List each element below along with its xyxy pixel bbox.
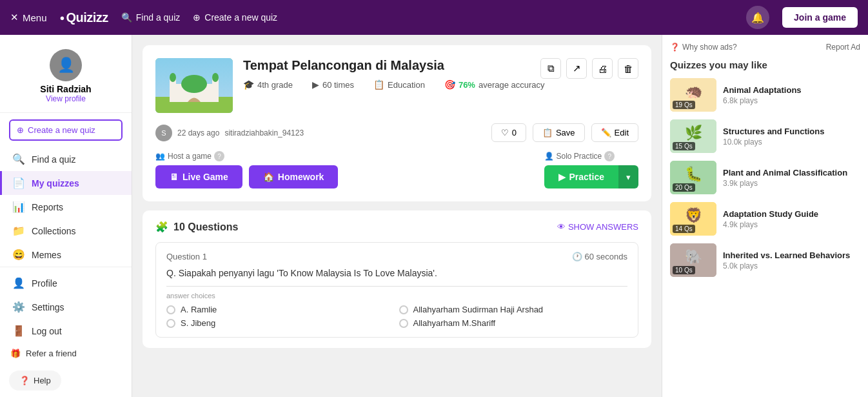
sidebar-item-profile[interactable]: 👤 Profile [0, 271, 132, 295]
notification-bell[interactable]: 🔔 [746, 6, 769, 29]
rec-item-0[interactable]: 🦔 19 Qs Animal Adaptations 6.8k plays [670, 78, 860, 112]
likes-count: 0 [512, 128, 517, 137]
svg-text:🐛: 🐛 [685, 165, 703, 183]
why-ads-label: Why show ads? [682, 43, 737, 52]
meme-icon: 😄 [12, 249, 25, 261]
rec-item-3[interactable]: 🦁 14 Qs Adaptation Study Guide 4.9k play… [670, 202, 860, 236]
rec-qs-badge-0: 19 Qs [673, 101, 695, 109]
radio-b[interactable] [399, 305, 408, 314]
like-button[interactable]: ♡ 0 [491, 123, 526, 142]
puzzle-icon: 🧩 [155, 221, 168, 233]
question-number: Question 1 [166, 252, 207, 261]
copy-button[interactable]: ⧉ [540, 58, 561, 79]
rec-info-2: Plant and Animal Classification 3.9k pla… [723, 168, 860, 188]
sidebar-item-collections[interactable]: 📁 Collections [0, 219, 132, 243]
answer-choice-b: Allahyarham Sudirman Haji Arshad [399, 305, 628, 314]
choice-d-text: Allahyarham M.Shariff [413, 318, 496, 328]
create-quiz-btn-label: Create a new quiz [28, 125, 95, 135]
answer-choices-label: answer choices [166, 292, 627, 300]
report-ad-link[interactable]: Report Ad [826, 43, 860, 52]
questions-count: 10 Questions [173, 221, 238, 233]
why-ads[interactable]: ❓ Why show ads? [670, 43, 737, 52]
rec-title-0: Animal Adaptations [723, 85, 860, 95]
sidebar-item-logout[interactable]: 🚪 Log out [0, 319, 132, 343]
plus-icon: ⊕ [193, 12, 201, 23]
create-quiz-nav[interactable]: ⊕ Create a new quiz [193, 12, 277, 23]
accuracy-value: 76% [459, 80, 475, 90]
person-icon: 👤 [544, 152, 554, 161]
join-game-button[interactable]: Join a game [782, 7, 858, 28]
live-game-label: Live Game [182, 172, 228, 182]
sidebar-item-my-quizzes[interactable]: 📄 My quizzes [0, 171, 132, 195]
edit-button[interactable]: ✏️ Edit [591, 123, 638, 142]
rec-item-2[interactable]: 🐛 20 Qs Plant and Animal Classification … [670, 161, 860, 194]
search-icon: 🔍 [121, 12, 132, 23]
rec-thumb-4: 🐘 10 Qs [670, 243, 716, 277]
rec-plays-2: 3.9k plays [723, 179, 860, 188]
live-game-button[interactable]: 🖥 Live Game [155, 165, 242, 188]
ads-header: ❓ Why show ads? Report Ad [670, 43, 860, 52]
question-text: Q. Siapakah penyanyi lagu 'To Know Malay… [166, 268, 627, 278]
help-button[interactable]: ❓ Help [9, 371, 61, 391]
avatar: 👤 [50, 49, 82, 81]
find-quiz-label: Find a quiz [136, 12, 180, 23]
host-label: 👥 Host a game ? [155, 151, 338, 161]
logout-icon: 🚪 [12, 325, 25, 337]
sidebar-item-find-quiz[interactable]: 🔍 Find a quiz [0, 147, 132, 171]
sidebar-item-reports[interactable]: 📊 Reports [0, 195, 132, 219]
rec-plays-4: 5.0k plays [723, 261, 860, 270]
create-new-quiz-button[interactable]: ⊕ Create a new quiz [9, 119, 123, 141]
choice-a-text: A. Ramlie [181, 305, 217, 314]
choice-c-text: S. Jibeng [181, 318, 215, 328]
radio-a[interactable] [166, 305, 175, 314]
host-section: 👥 Host a game ? 🖥 Live Game 🏠 Homework [155, 151, 338, 188]
logo[interactable]: ● Quizizz [60, 10, 108, 25]
homework-button[interactable]: 🏠 Homework [249, 165, 339, 188]
top-nav: ✕ Menu ● Quizizz 🔍 Find a quiz ⊕ Create … [0, 0, 868, 35]
quiz-accuracy: 🎯 76% average accuracy [444, 79, 545, 90]
rec-title-1: Structures and Functions [723, 127, 860, 136]
rec-thumb-3: 🦁 14 Qs [670, 202, 716, 236]
rec-item-4[interactable]: 🐘 10 Qs Inherited vs. Learned Behaviors … [670, 243, 860, 277]
quiz-actions: ⧉ ↗ 🖨 🗑 [540, 58, 638, 79]
rec-title-3: Adaptation Study Guide [723, 209, 860, 219]
refer-friend-button[interactable]: 🎁 Refer a friend [0, 343, 132, 364]
quiz-grade: 🎓 4th grade [243, 79, 293, 90]
quiz-title: Tempat Pelancongan di Malaysia [243, 58, 444, 73]
radio-d[interactable] [399, 319, 408, 328]
bell-icon: 🔔 [751, 12, 764, 24]
host-buttons: 🖥 Live Game 🏠 Homework [155, 165, 338, 188]
sidebar-item-settings[interactable]: ⚙️ Settings [0, 295, 132, 319]
rec-info-3: Adaptation Study Guide 4.9k plays [723, 209, 860, 229]
quiz-card: Tempat Pelancongan di Malaysia ⧉ ↗ 🖨 🗑 🎓… [143, 45, 651, 201]
share-button[interactable]: ↗ [566, 58, 587, 79]
save-button[interactable]: 📋 Save [533, 123, 585, 142]
sidebar-item-memes[interactable]: 😄 Memes [0, 243, 132, 267]
find-quiz-nav[interactable]: 🔍 Find a quiz [121, 12, 180, 23]
solo-help-icon: ? [604, 151, 615, 161]
rec-item-1[interactable]: 🌿 15 Qs Structures and Functions 10.0k p… [670, 119, 860, 153]
chart-icon: 📊 [12, 201, 25, 213]
document-icon: 📄 [12, 177, 25, 189]
delete-button[interactable]: 🗑 [618, 58, 638, 79]
solo-label-text: Solo Practice [557, 152, 602, 161]
show-answers-button[interactable]: 👁 SHOW ANSWERS [557, 222, 638, 232]
grade-value: 4th grade [257, 80, 293, 90]
eye-icon: 👁 [557, 222, 566, 232]
rec-info-1: Structures and Functions 10.0k plays [723, 127, 860, 147]
print-button[interactable]: 🖨 [592, 58, 613, 79]
rec-plays-1: 10.0k plays [723, 137, 860, 147]
author-avatar: S [155, 125, 172, 141]
rec-qs-badge-2: 20 Qs [673, 183, 695, 192]
subject-value: Education [388, 80, 425, 90]
menu-button[interactable]: ✕ Menu [10, 12, 47, 23]
view-profile-link[interactable]: View profile [46, 94, 86, 103]
practice-dropdown-button[interactable]: ▾ [618, 165, 638, 188]
rec-thumb-2: 🐛 20 Qs [670, 161, 716, 194]
practice-button[interactable]: ▶ Practice [544, 165, 618, 188]
solo-label: 👤 Solo Practice ? [544, 151, 638, 161]
quiz-header: Tempat Pelancongan di Malaysia ⧉ ↗ 🖨 🗑 🎓… [155, 58, 638, 113]
radio-c[interactable] [166, 319, 175, 328]
questions-header: 🧩 10 Questions 👁 SHOW ANSWERS [155, 221, 638, 233]
heart-icon: ♡ [501, 128, 509, 137]
